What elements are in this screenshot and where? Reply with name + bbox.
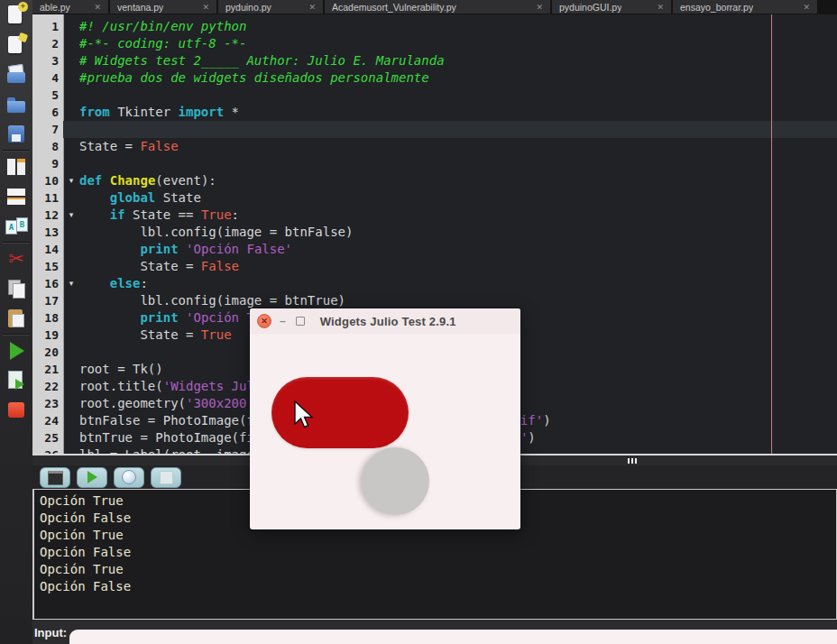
line-number: 14 bbox=[32, 241, 59, 258]
left-toolbar bbox=[0, 0, 32, 644]
compare-documents-button[interactable] bbox=[0, 211, 32, 241]
maximize-icon[interactable] bbox=[296, 317, 305, 326]
code-text: # Widgets test 2_____ Author: Julio E. M… bbox=[79, 52, 445, 69]
tab-close-icon[interactable]: ✕ bbox=[803, 3, 810, 12]
tab-close-icon[interactable]: ✕ bbox=[657, 3, 664, 12]
tab-label: pyduino.py bbox=[225, 2, 271, 13]
tab-pyduino.py[interactable]: pyduino.py✕ bbox=[218, 0, 323, 14]
line-number: 25 bbox=[32, 429, 59, 446]
line-number: 2 bbox=[32, 35, 59, 52]
paste-button[interactable] bbox=[0, 303, 32, 333]
terminal-icon bbox=[47, 469, 63, 485]
save-icon bbox=[5, 123, 28, 146]
code-text: lbl.config(image = btnFalse) bbox=[79, 224, 353, 241]
split-horizontal-button[interactable] bbox=[0, 181, 32, 211]
line-number: 18 bbox=[32, 309, 59, 327]
code-line: 5 bbox=[32, 87, 837, 104]
line-number: 15 bbox=[32, 258, 59, 275]
tab-close-icon[interactable]: ✕ bbox=[202, 3, 209, 12]
split-vertical-button[interactable] bbox=[0, 152, 32, 181]
console-line: Opción False bbox=[40, 578, 831, 595]
toggle-switch[interactable] bbox=[271, 377, 409, 448]
open-folder-button[interactable] bbox=[0, 89, 32, 119]
line-number: 16 bbox=[32, 275, 59, 292]
fold-marker-icon[interactable]: ▾ bbox=[65, 275, 78, 292]
console-input-field[interactable] bbox=[69, 630, 837, 644]
save-console-icon bbox=[158, 469, 174, 485]
copy-button[interactable] bbox=[0, 273, 32, 303]
popup-titlebar[interactable]: ✕ – Widgets Julio Test 2.9.1 bbox=[250, 308, 520, 334]
line-number: 22 bbox=[32, 378, 59, 395]
run-script-button[interactable] bbox=[0, 365, 32, 395]
tab-label: able.py bbox=[40, 2, 70, 13]
line-number: 13 bbox=[32, 224, 59, 241]
popup-title: Widgets Julio Test 2.9.1 bbox=[320, 315, 456, 328]
save-console-button[interactable] bbox=[151, 467, 181, 488]
line-number: 12 bbox=[32, 207, 59, 224]
minimize-icon[interactable]: – bbox=[280, 316, 286, 327]
run-script-icon bbox=[5, 369, 28, 392]
new-file-icon bbox=[5, 4, 28, 27]
ide-window: able.py✕ventana.py✕pyduino.py✕Academusor… bbox=[0, 0, 837, 644]
code-text: #-*- coding: utf-8 -*- bbox=[79, 35, 246, 52]
new-from-template-button[interactable] bbox=[0, 30, 32, 60]
tab-close-icon[interactable]: ✕ bbox=[308, 3, 316, 12]
line-number: 7 bbox=[32, 121, 59, 138]
line-number: 21 bbox=[32, 361, 59, 378]
save-button[interactable] bbox=[0, 119, 32, 149]
fold-marker-icon[interactable]: ▾ bbox=[65, 172, 78, 189]
run-console-icon bbox=[84, 469, 100, 485]
terminal-button[interactable] bbox=[40, 467, 70, 488]
code-line: 6from Tkinter import * bbox=[32, 104, 837, 121]
close-icon[interactable]: ✕ bbox=[257, 314, 271, 328]
code-text: State = True bbox=[79, 327, 232, 344]
line-number: 3 bbox=[32, 52, 59, 69]
code-text: root.geometry('300x200') bbox=[79, 395, 262, 412]
code-line: 2#-*- coding: utf-8 -*- bbox=[32, 35, 837, 52]
line-number: 4 bbox=[32, 69, 59, 87]
code-text: State = False bbox=[79, 138, 179, 155]
line-number: 26 bbox=[32, 446, 59, 454]
console-line: Opción False bbox=[40, 544, 831, 561]
tab-Academusort_Vulnerability.py[interactable]: Academusort_Vulnerability.py✕ bbox=[325, 0, 550, 14]
code-line: 17 lbl.config(image = btnTrue) bbox=[32, 292, 837, 309]
code-line: 1#! /usr/bin/env python bbox=[32, 18, 837, 35]
code-line: 13 lbl.config(image = btnFalse) bbox=[32, 224, 837, 241]
cut-button[interactable] bbox=[0, 244, 32, 273]
fold-marker-icon[interactable]: ▾ bbox=[65, 207, 78, 224]
paste-icon bbox=[5, 307, 28, 330]
new-file-button[interactable] bbox=[0, 0, 32, 30]
code-line: 8State = False bbox=[32, 138, 837, 155]
tab-bar: able.py✕ventana.py✕pyduino.py✕Academusor… bbox=[0, 0, 837, 14]
globe-icon bbox=[121, 469, 137, 485]
tab-close-icon[interactable]: ✕ bbox=[94, 3, 101, 12]
open-file-button[interactable] bbox=[0, 60, 32, 89]
globe-button[interactable] bbox=[114, 467, 144, 488]
input-label: Input: bbox=[34, 626, 67, 639]
console-input-row: Input: bbox=[0, 620, 837, 644]
tab-label: pyduinoGUI.py bbox=[559, 2, 621, 13]
code-text: from Tkinter import * bbox=[79, 104, 239, 121]
split-vertical-icon bbox=[5, 155, 28, 179]
tab-pyduinoGUI.py[interactable]: pyduinoGUI.py✕ bbox=[552, 0, 671, 14]
tab-close-icon[interactable]: ✕ bbox=[536, 3, 543, 12]
open-file-icon bbox=[5, 63, 28, 87]
run-console-button[interactable] bbox=[77, 467, 107, 488]
code-text: print 'Opción False' bbox=[79, 241, 292, 258]
run-button[interactable] bbox=[0, 336, 32, 365]
code-line: 4#prueba dos de widgets diseñados person… bbox=[32, 69, 837, 87]
new-from-template-icon bbox=[5, 33, 28, 57]
tab-ensayo_borrar.py[interactable]: ensayo_borrar.py✕ bbox=[673, 0, 817, 14]
widgets-test-window[interactable]: ✕ – Widgets Julio Test 2.9.1 bbox=[250, 308, 520, 529]
stop-button[interactable] bbox=[0, 395, 32, 425]
code-line: 15 State = False bbox=[32, 258, 837, 275]
toggle-knob[interactable] bbox=[362, 447, 429, 515]
code-text: State = False bbox=[79, 258, 239, 275]
toolbar-divider bbox=[3, 150, 30, 151]
code-line: 14 print 'Opción False' bbox=[32, 241, 837, 258]
line-number: 20 bbox=[32, 344, 59, 361]
tab-able.py[interactable]: able.py✕ bbox=[32, 0, 108, 14]
code-line: 10▾def Change(event): bbox=[32, 172, 837, 189]
tab-ventana.py[interactable]: ventana.py✕ bbox=[110, 0, 216, 14]
line-number: 24 bbox=[32, 412, 59, 429]
